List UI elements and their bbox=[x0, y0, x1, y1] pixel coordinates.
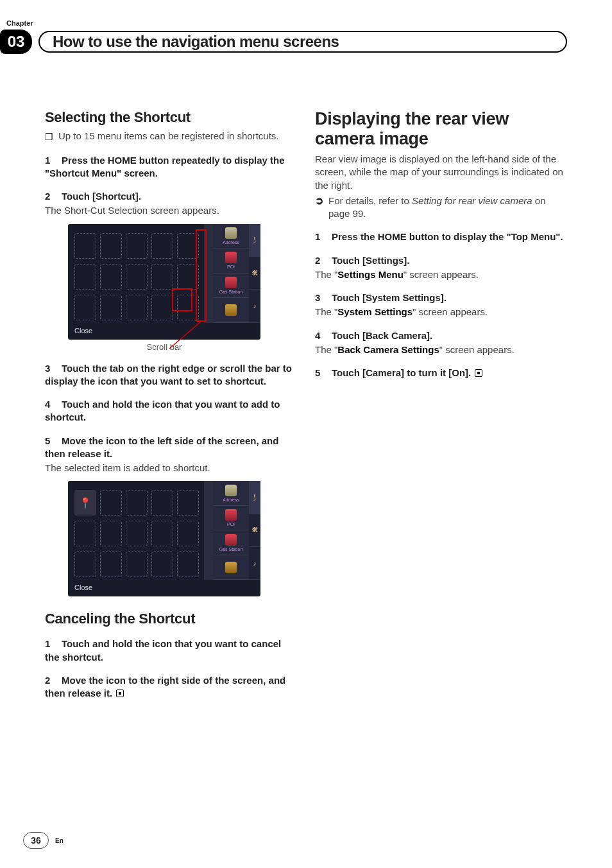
shortcut-slot bbox=[126, 233, 148, 259]
step-2-text: Touch [Shortcut]. bbox=[62, 191, 141, 202]
tab-tools-icon: 🛠 bbox=[249, 514, 260, 547]
close-button-label: Close bbox=[68, 580, 260, 596]
svg-line-0 bbox=[169, 322, 201, 349]
shortcut-slot-filled: 📍 bbox=[74, 490, 96, 516]
page-footer: 36 En bbox=[23, 832, 64, 849]
r-step-3: 3Touch [System Settings]. bbox=[315, 291, 567, 304]
tab-strip: ⟆ 🛠 ♪ bbox=[249, 224, 260, 323]
r-step-1-text: Press the HOME button to display the "To… bbox=[332, 231, 563, 242]
shortcut-slot bbox=[151, 264, 173, 290]
tab-music-icon: ♪ bbox=[249, 547, 260, 580]
shortcut-slot bbox=[151, 233, 173, 259]
r-step-3-text: Touch [System Settings]. bbox=[332, 292, 446, 303]
step-4-number: 4 bbox=[45, 398, 62, 411]
step-5-number: 5 bbox=[45, 435, 62, 447]
callout-scrollbar bbox=[196, 229, 207, 322]
right-item-extra bbox=[213, 298, 249, 323]
shortcut-slot bbox=[100, 551, 122, 577]
right-item-gas-station: Gas Station bbox=[213, 273, 249, 299]
callout-leader-line bbox=[68, 320, 260, 349]
right-item-address: Address bbox=[213, 481, 249, 506]
screenshot-shortcut-added: 📍 Address POI Gas Station ⟆ 🛠 ♪ bbox=[68, 481, 260, 596]
shortcut-slot bbox=[177, 521, 199, 546]
right-item-address: Address bbox=[213, 224, 249, 249]
right-item-poi: POI bbox=[213, 248, 249, 273]
gas-station-icon bbox=[225, 277, 237, 288]
shortcut-slot bbox=[74, 295, 96, 320]
cancel-step-2: 2Move the icon to the right side of the … bbox=[45, 674, 297, 700]
shortcut-slot bbox=[100, 264, 122, 290]
shortcut-slot bbox=[151, 521, 173, 546]
right-item-label: Address bbox=[223, 240, 239, 245]
shortcut-slot bbox=[126, 295, 148, 320]
major-title-rear-view: Displaying the rear view camera image bbox=[315, 109, 567, 149]
step-2-number: 2 bbox=[45, 190, 62, 203]
shortcut-grid: 📍 bbox=[68, 481, 204, 580]
details-reference: ➲ For details, refer to Setting for rear… bbox=[315, 195, 567, 221]
shortcut-slot bbox=[100, 295, 122, 320]
details-link: Setting for rear view camera bbox=[412, 195, 532, 206]
right-item-label: POI bbox=[227, 522, 235, 526]
tab-route-icon: ⟆ bbox=[249, 481, 260, 514]
note-text: Up to 15 menu items can be registered in… bbox=[58, 130, 279, 144]
cancel-step-2-number: 2 bbox=[45, 674, 62, 687]
right-item-label: POI bbox=[227, 265, 235, 269]
step-2-sub: The Short-Cut Selection screen appears. bbox=[45, 204, 297, 217]
r-step-4-sub-prefix: The " bbox=[315, 344, 337, 355]
r-step-4-text: Touch [Back Camera]. bbox=[332, 330, 432, 341]
shortcut-slot bbox=[74, 551, 96, 577]
shortcut-slot bbox=[177, 490, 199, 516]
details-prefix: For details, refer to bbox=[328, 195, 412, 206]
cancel-step-1-number: 1 bbox=[45, 638, 62, 650]
r-step-2-sub-suffix: " screen appears. bbox=[404, 269, 479, 280]
left-column: Selecting the Shortcut ❐ Up to 15 menu i… bbox=[45, 109, 297, 700]
arrow-right-icon: ➲ bbox=[315, 195, 323, 221]
extra-icon bbox=[225, 304, 237, 316]
page-number: 36 bbox=[23, 832, 49, 849]
r-step-4-sub-strong: Back Camera Settings bbox=[337, 344, 439, 355]
right-item-extra bbox=[213, 555, 249, 580]
shortcut-slot bbox=[151, 551, 173, 577]
r-step-4-sub: The "Back Camera Settings" screen appear… bbox=[315, 343, 567, 356]
r-step-2-sub-prefix: The " bbox=[315, 269, 337, 280]
right-item-label: Gas Station bbox=[219, 547, 243, 551]
r-step-5-number: 5 bbox=[315, 367, 332, 379]
poi-icon bbox=[225, 509, 237, 521]
shortcut-slot bbox=[74, 521, 96, 546]
r-step-3-sub-prefix: The " bbox=[315, 306, 337, 317]
step-3-number: 3 bbox=[45, 362, 62, 375]
rear-view-intro: Rear view image is displayed on the left… bbox=[315, 153, 567, 192]
cancel-step-1-text: Touch and hold the icon that you want to… bbox=[45, 638, 281, 662]
right-item-label: Address bbox=[223, 498, 239, 502]
chapter-label: Chapter bbox=[6, 19, 33, 27]
step-4-text: Touch and hold the icon that you want to… bbox=[45, 399, 280, 422]
right-item-gas-station: Gas Station bbox=[213, 530, 249, 555]
section-title-selecting-shortcut: Selecting the Shortcut bbox=[45, 109, 297, 126]
shortcut-slot bbox=[126, 264, 148, 290]
r-step-1: 1Press the HOME button to display the "T… bbox=[315, 230, 567, 243]
shortcut-slot bbox=[100, 521, 122, 546]
r-step-3-number: 3 bbox=[315, 291, 332, 304]
r-step-3-sub-suffix: " screen appears. bbox=[412, 306, 488, 317]
shortcut-slot bbox=[151, 295, 173, 320]
step-3: 3Touch the tab on the right edge or scro… bbox=[45, 362, 297, 388]
step-1: 1Press the HOME button repeatedly to dis… bbox=[45, 154, 297, 180]
section-end-icon bbox=[116, 690, 124, 697]
shortcut-slot bbox=[100, 490, 122, 516]
r-step-2-sub-strong: Settings Menu bbox=[337, 269, 404, 280]
r-step-2: 2Touch [Settings]. bbox=[315, 254, 567, 267]
address-icon bbox=[225, 227, 237, 239]
step-3-text: Touch the tab on the right edge or scrol… bbox=[45, 363, 292, 386]
r-step-2-number: 2 bbox=[315, 254, 332, 267]
step-5-sub: The selected item is added to shortcut. bbox=[45, 462, 297, 474]
scroll-bar bbox=[204, 481, 213, 580]
step-1-number: 1 bbox=[45, 154, 62, 167]
address-icon bbox=[225, 485, 237, 496]
shortcut-slot bbox=[126, 551, 148, 577]
right-item-list: Address POI Gas Station bbox=[213, 481, 249, 580]
r-step-4-sub-suffix: " screen appears. bbox=[439, 344, 514, 355]
tab-route-icon: ⟆ bbox=[249, 224, 260, 257]
screenshot-shortcut-selection: Address POI Gas Station ⟆ 🛠 ♪ Close bbox=[68, 224, 260, 340]
callout-slot bbox=[172, 288, 192, 311]
step-5: 5Move the icon to the left side of the s… bbox=[45, 435, 297, 461]
